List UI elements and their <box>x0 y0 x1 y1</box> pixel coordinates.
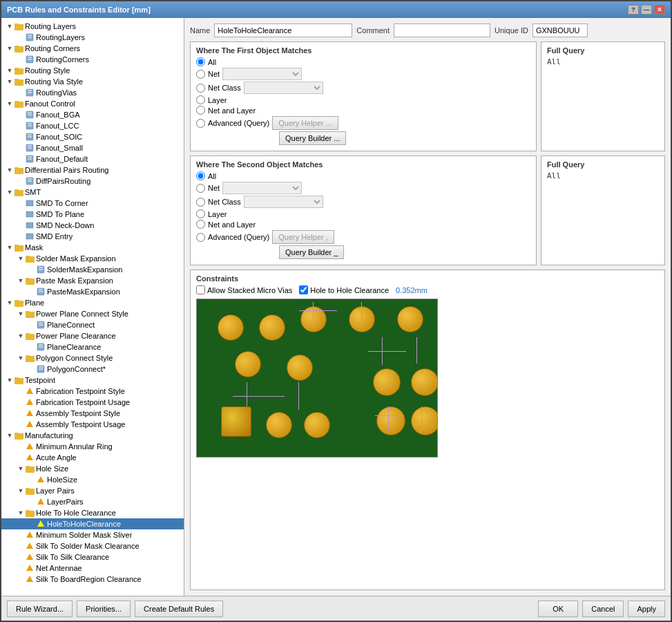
tree-item-solder-mask-exp[interactable]: ▼Solder Mask Expansion <box>1 253 184 264</box>
first-layer-label[interactable]: Layer <box>208 96 227 104</box>
first-net-dropdown[interactable] <box>222 68 302 80</box>
name-input[interactable] <box>214 23 352 37</box>
tree-item-hole-to-hole-clearance[interactable]: ▼Hole To Hole Clearance <box>1 507 184 518</box>
tree-item-routing-vias[interactable]: RoutingVias <box>1 87 184 98</box>
tree-item-routing-corners[interactable]: ▼Routing Corners <box>1 43 184 54</box>
tree-item-hole-size[interactable]: ▼Hole Size <box>1 463 184 474</box>
second-net-label[interactable]: Net <box>208 184 220 192</box>
tree-item-smd-entry[interactable]: SMD Entry <box>1 231 184 242</box>
tree-item-smd-corner[interactable]: SMD To Corner <box>1 198 184 209</box>
second-layer-radio[interactable] <box>196 209 205 218</box>
second-net-radio[interactable] <box>196 184 205 193</box>
cancel-button[interactable]: Cancel <box>582 601 624 617</box>
tree-item-plane-connect[interactable]: PlaneConnect <box>1 319 184 330</box>
tree-item-layer-pairs[interactable]: ▼Layer Pairs <box>1 485 184 496</box>
tree-item-hole-size-sub[interactable]: HoleSize <box>1 474 184 485</box>
tree-item-diffpairs-routing[interactable]: DiffPairsRouting <box>1 176 184 187</box>
tree-item-fanout-bga[interactable]: Fanout_BGA <box>1 109 184 120</box>
tree-item-plane-clearance[interactable]: PlaneClearance <box>1 341 184 352</box>
second-query-builder-button[interactable]: Query Builder _ <box>279 245 344 259</box>
second-netclass-radio[interactable] <box>196 198 205 207</box>
tree-item-layer-pairs-sub[interactable]: LayerPairs <box>1 496 184 507</box>
tree-item-fanout-default[interactable]: Fanout_Default <box>1 153 184 164</box>
tree-item-plane[interactable]: ▼Plane <box>1 297 184 308</box>
tree-item-testpoint[interactable]: ▼Testpoint <box>1 375 184 386</box>
hole-clearance-label[interactable]: Hole to Hole Clearance <box>299 285 389 294</box>
allow-stacked-label[interactable]: Allow Stacked Micro Vias <box>196 285 292 294</box>
first-netlayer-label[interactable]: Net and Layer <box>208 106 256 115</box>
uid-input[interactable] <box>532 23 588 37</box>
tree-item-mask[interactable]: ▼Mask <box>1 242 184 253</box>
tree-item-paste-mask-exp[interactable]: ▼Paste Mask Expansion <box>1 275 184 286</box>
tree-panel[interactable]: ▼Routing LayersRoutingLayers▼Routing Cor… <box>1 18 184 596</box>
first-all-label[interactable]: All <box>208 58 216 66</box>
tree-item-solder-mask-sub[interactable]: SolderMaskExpansion <box>1 264 184 275</box>
first-query-builder-button[interactable]: Query Builder ... <box>279 131 346 145</box>
second-all-label[interactable]: All <box>208 172 216 180</box>
tree-item-acute-angle[interactable]: Acute Angle <box>1 452 184 463</box>
first-netlayer-radio[interactable] <box>196 106 205 115</box>
tree-item-routing-corners-sub[interactable]: RoutingCorners <box>1 54 184 65</box>
tree-item-silk-to-board[interactable]: Silk To BoardRegion Clearance <box>1 574 184 585</box>
tree-item-smt[interactable]: ▼SMT <box>1 187 184 198</box>
tree-item-power-plane-clearance[interactable]: ▼Power Plane Clearance <box>1 330 184 341</box>
tree-item-routing-style[interactable]: ▼Routing Style <box>1 65 184 76</box>
tree-item-net-antennae[interactable]: Net Antennae <box>1 563 184 574</box>
tree-item-min-solder-mask[interactable]: Minimum Solder Mask Sliver <box>1 529 184 540</box>
tree-item-fanout-control[interactable]: ▼Fanout Control <box>1 98 184 109</box>
second-layer-label[interactable]: Layer <box>208 210 227 218</box>
tree-item-fab-testpoint-style[interactable]: Fabrication Testpoint Style <box>1 386 184 397</box>
tree-item-routing-layers[interactable]: ▼Routing Layers <box>1 21 184 32</box>
tree-item-fanout-lcc[interactable]: Fanout_LCC <box>1 120 184 131</box>
hole-clearance-checkbox[interactable] <box>299 285 308 294</box>
rule-wizard-button[interactable]: Rule Wizard... <box>7 601 73 617</box>
tree-item-min-annular[interactable]: Minimum Annular Ring <box>1 441 184 452</box>
first-query-helper-button[interactable]: Query Helper ... <box>272 116 338 130</box>
tree-item-asm-testpoint-style[interactable]: Assembly Testpoint Style <box>1 408 184 419</box>
help-button[interactable]: ? <box>628 5 639 15</box>
second-netclass-dropdown[interactable] <box>244 196 323 208</box>
first-net-label[interactable]: Net <box>208 70 220 78</box>
tree-item-polygon-connect[interactable]: PolygonConnect* <box>1 364 184 375</box>
tree-item-power-plane-connect[interactable]: ▼Power Plane Connect Style <box>1 308 184 319</box>
close-button[interactable]: ✕ <box>654 5 665 15</box>
create-default-button[interactable]: Create Default Rules <box>135 601 223 617</box>
second-netlayer-radio[interactable] <box>196 220 205 229</box>
tree-item-fanout-soic[interactable]: Fanout_SOIC <box>1 131 184 142</box>
tree-item-paste-mask-sub[interactable]: PasteMaskExpansion <box>1 286 184 297</box>
tree-item-hole-to-hole-sub[interactable]: HoleToHoleClearance <box>1 518 184 529</box>
tree-item-smd-plane[interactable]: SMD To Plane <box>1 209 184 220</box>
allow-stacked-checkbox[interactable] <box>196 285 205 294</box>
first-advanced-label[interactable]: Advanced (Query) <box>208 119 269 127</box>
comment-input[interactable] <box>394 23 490 37</box>
second-netlayer-label[interactable]: Net and Layer <box>208 220 256 229</box>
tree-item-silk-to-silk[interactable]: Silk To Silk Clearance <box>1 552 184 563</box>
first-advanced-radio[interactable] <box>196 119 205 128</box>
second-net-dropdown[interactable] <box>222 182 302 194</box>
tree-item-polygon-connect-style[interactable]: ▼Polygon Connect Style <box>1 352 184 364</box>
tree-item-silk-to-solder[interactable]: Silk To Solder Mask Clearance <box>1 540 184 552</box>
tree-item-routing-via-style[interactable]: ▼Routing Via Style <box>1 76 184 87</box>
first-layer-radio[interactable] <box>196 95 205 104</box>
second-advanced-radio[interactable] <box>196 233 205 242</box>
tree-item-manufacturing[interactable]: ▼Manufacturing <box>1 430 184 441</box>
minimize-button[interactable]: — <box>641 5 652 15</box>
tree-item-asm-testpoint-usage[interactable]: Assembly Testpoint Usage <box>1 419 184 430</box>
tree-item-diff-pairs[interactable]: ▼Differential Pairs Routing <box>1 164 184 176</box>
first-netclass-radio[interactable] <box>196 84 205 93</box>
second-all-radio[interactable] <box>196 171 205 180</box>
tree-item-routing-layers-sub[interactable]: RoutingLayers <box>1 32 184 43</box>
second-query-helper-button[interactable]: Query Helper , <box>272 230 334 244</box>
first-net-radio[interactable] <box>196 70 205 79</box>
second-netclass-label[interactable]: Net Class <box>208 198 241 206</box>
first-netclass-dropdown[interactable] <box>244 82 323 94</box>
ok-button[interactable]: OK <box>538 601 578 617</box>
first-all-radio[interactable] <box>196 57 205 66</box>
tree-item-fab-testpoint-usage[interactable]: Fabrication Testpoint Usage <box>1 397 184 408</box>
second-advanced-label[interactable]: Advanced (Query) <box>208 233 269 241</box>
tree-item-fanout-small[interactable]: Fanout_Small <box>1 142 184 153</box>
first-netclass-label[interactable]: Net Class <box>208 84 241 92</box>
tree-item-smd-neckdown[interactable]: SMD Neck-Down <box>1 220 184 231</box>
apply-button[interactable]: Apply <box>628 601 665 617</box>
priorities-button[interactable]: Priorities... <box>77 601 131 617</box>
